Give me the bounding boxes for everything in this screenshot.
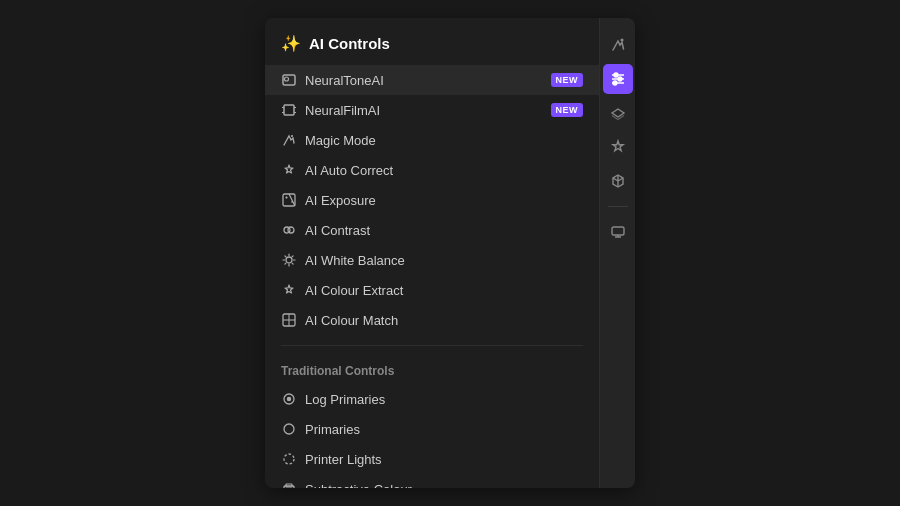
new-badge-neural-film: NEW [551,103,584,117]
menu-item-magic-mode[interactable]: Magic Mode [265,125,599,155]
menu-item-ai-exposure[interactable]: AI Exposure [265,185,599,215]
sidebar-sliders-icon[interactable] [603,64,633,94]
main-panel: ✨ AI Controls NeuralToneAI NEW [265,18,599,488]
ai-exposure-icon [281,192,297,208]
svg-line-23 [292,256,293,257]
svg-rect-9 [283,194,295,206]
section-divider [281,345,583,346]
svg-rect-2 [284,105,294,115]
ai-colour-match-icon [281,312,297,328]
svg-line-10 [289,194,295,206]
sidebar-screen-icon[interactable] [603,217,633,247]
printer-lights-icon [281,451,297,467]
menu-item-neural-tone[interactable]: NeuralToneAI NEW [265,65,599,95]
menu-item-printer-lights[interactable]: Printer Lights [265,444,599,474]
menu-item-neural-film[interactable]: NeuralFilmAI NEW [265,95,599,125]
svg-line-22 [292,263,293,264]
svg-point-44 [614,73,618,77]
svg-rect-49 [612,227,624,235]
menu-item-ai-auto-correct[interactable]: AI Auto Correct [265,155,599,185]
new-badge-neural-tone: NEW [551,73,584,87]
panel-wrapper: ✨ AI Controls NeuralToneAI NEW [265,18,635,488]
ai-white-balance-icon [281,252,297,268]
sidebar-cube-icon[interactable] [603,166,633,196]
sidebar-layers-icon[interactable] [603,98,633,128]
menu-item-ai-colour-extract[interactable]: AI Colour Extract [265,275,599,305]
menu-item-ai-white-balance[interactable]: AI White Balance [265,245,599,275]
wand-icon: ✨ [281,34,301,53]
menu-item-primaries[interactable]: Primaries [265,414,599,444]
right-sidebar [599,18,635,488]
ai-contrast-icon [281,222,297,238]
outer-container: ✨ AI Controls NeuralToneAI NEW [0,0,900,506]
svg-point-42 [621,39,623,41]
svg-point-16 [286,257,292,263]
svg-line-24 [285,263,286,264]
neural-film-icon [281,102,297,118]
sidebar-sparkle-icon[interactable] [603,132,633,162]
sidebar-divider [608,206,628,207]
panel-header: ✨ AI Controls [265,34,599,65]
menu-item-ai-contrast[interactable]: AI Contrast [265,215,599,245]
primaries-icon [281,421,297,437]
svg-point-1 [285,77,289,81]
svg-point-27 [288,398,291,401]
log-primaries-icon [281,391,297,407]
magic-mode-icon [281,132,297,148]
svg-point-28 [284,424,294,434]
svg-point-48 [613,81,617,85]
ai-auto-correct-icon [281,162,297,178]
menu-item-subtractive-colour[interactable]: Subtractive Colour [265,474,599,488]
ai-colour-extract-icon [281,282,297,298]
subtractive-colour-icon [281,481,297,488]
svg-point-29 [284,454,294,464]
svg-line-21 [285,256,286,257]
svg-point-15 [288,227,294,233]
menu-item-log-primaries[interactable]: Log Primaries [265,384,599,414]
panel-title: AI Controls [309,35,390,52]
menu-item-ai-colour-match[interactable]: AI Colour Match [265,305,599,335]
sidebar-wand-icon[interactable] [603,30,633,60]
svg-point-46 [618,77,622,81]
neural-tone-icon [281,72,297,88]
traditional-controls-label: Traditional Controls [265,356,599,384]
